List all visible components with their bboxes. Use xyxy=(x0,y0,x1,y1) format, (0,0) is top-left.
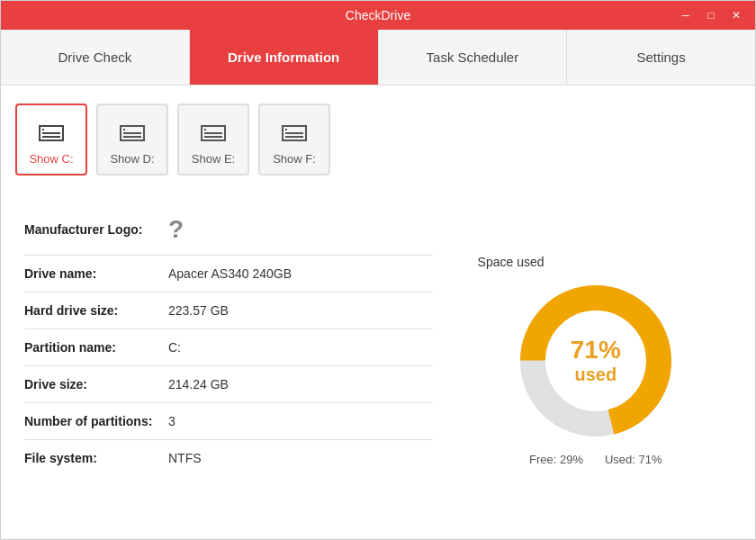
drive-f-label: Show F: xyxy=(273,152,316,166)
content-area: 🖴 Show C: 🖴 Show D: 🖴 Show E: 🖴 Show F: … xyxy=(1,86,755,539)
hard-drive-size-value: 223.57 GB xyxy=(168,303,229,318)
partition-name-row: Partition name: C: xyxy=(24,329,433,366)
hard-drive-size-row: Hard drive size: 223.57 GB xyxy=(24,292,433,329)
app-title: CheckDrive xyxy=(346,8,410,22)
tab-bar: Drive Check Drive Information Task Sched… xyxy=(1,30,755,86)
drive-e-label: Show E: xyxy=(192,152,235,166)
maximize-button[interactable]: □ xyxy=(699,5,723,25)
donut-chart: 71% used xyxy=(515,280,677,442)
num-partitions-label: Number of partitions: xyxy=(24,414,168,428)
drive-size-value: 214.24 GB xyxy=(168,377,229,392)
drive-e-button[interactable]: 🖴 Show E: xyxy=(177,104,249,176)
file-system-label: File system: xyxy=(24,451,168,465)
manufacturer-logo-value: ? xyxy=(168,215,184,244)
donut-center-text: 71% used xyxy=(571,336,621,385)
chart-panel: Space used 71% used xyxy=(451,195,741,525)
num-partitions-value: 3 xyxy=(168,414,176,428)
drive-c-label: Show C: xyxy=(29,152,73,166)
tab-drive-check[interactable]: Drive Check xyxy=(1,30,190,85)
legend-used: Used: 71% xyxy=(605,453,662,466)
title-bar-controls: ─ □ ✕ xyxy=(674,5,748,25)
legend-free: Free: 29% xyxy=(529,453,583,466)
app-window: CheckDrive ─ □ ✕ Drive Check Drive Infor… xyxy=(0,0,756,540)
tab-settings[interactable]: Settings xyxy=(567,30,755,85)
drive-e-icon: 🖴 xyxy=(199,113,228,147)
file-system-row: File system: NTFS xyxy=(24,440,433,476)
chart-legend: Free: 29% Used: 71% xyxy=(529,453,662,466)
donut-label: used xyxy=(571,364,621,385)
chart-title: Space used xyxy=(460,255,544,269)
title-bar: CheckDrive ─ □ ✕ xyxy=(1,1,755,30)
partition-name-value: C: xyxy=(168,340,181,355)
partition-name-label: Partition name: xyxy=(24,340,168,355)
tab-task-scheduler[interactable]: Task Scheduler xyxy=(379,30,568,85)
hard-drive-size-label: Hard drive size: xyxy=(24,303,168,318)
file-system-value: NTFS xyxy=(168,451,202,465)
drive-size-row: Drive size: 214.24 GB xyxy=(24,366,433,403)
info-chart-row: Manufacturer Logo: ? Drive name: Apacer … xyxy=(15,195,741,525)
minimize-button[interactable]: ─ xyxy=(674,5,698,25)
num-partitions-row: Number of partitions: 3 xyxy=(24,403,433,440)
info-panel: Manufacturer Logo: ? Drive name: Apacer … xyxy=(15,195,451,525)
drive-buttons: 🖴 Show C: 🖴 Show D: 🖴 Show E: 🖴 Show F: xyxy=(15,100,741,184)
manufacturer-logo-row: Manufacturer Logo: ? xyxy=(24,204,433,256)
donut-percent: 71% xyxy=(571,336,621,364)
drive-name-value: Apacer AS340 240GB xyxy=(168,266,292,281)
drive-c-icon: 🖴 xyxy=(37,113,66,147)
manufacturer-logo-label: Manufacturer Logo: xyxy=(24,222,168,237)
drive-d-button[interactable]: 🖴 Show D: xyxy=(96,104,168,176)
drive-size-label: Drive size: xyxy=(24,377,168,392)
drive-f-icon: 🖴 xyxy=(280,113,309,147)
drive-f-button[interactable]: 🖴 Show F: xyxy=(258,104,330,176)
tab-drive-information[interactable]: Drive Information xyxy=(190,30,379,85)
close-button[interactable]: ✕ xyxy=(724,5,748,25)
drive-c-button[interactable]: 🖴 Show C: xyxy=(15,104,87,176)
drive-d-icon: 🖴 xyxy=(118,113,147,147)
drive-name-row: Drive name: Apacer AS340 240GB xyxy=(24,256,433,292)
drive-d-label: Show D: xyxy=(110,152,154,166)
drive-name-label: Drive name: xyxy=(24,266,168,281)
